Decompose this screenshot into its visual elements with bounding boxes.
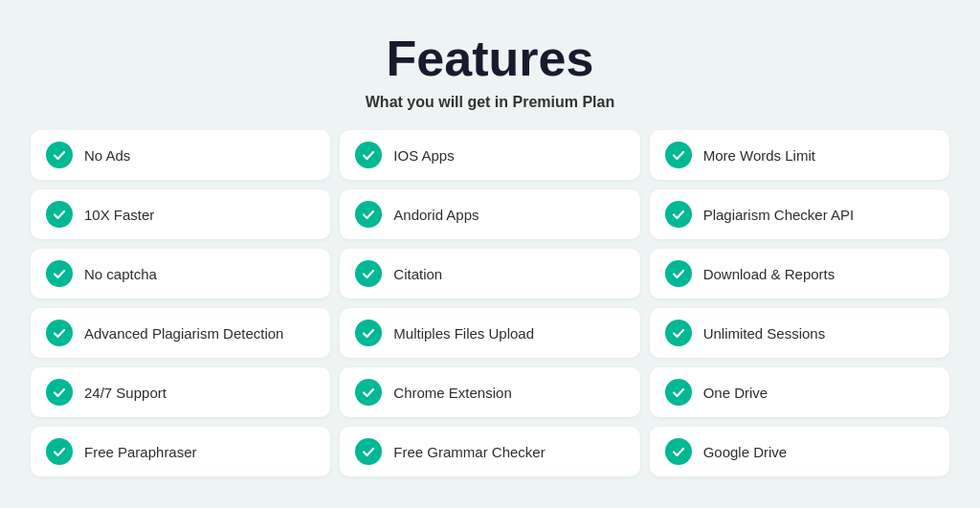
check-icon bbox=[355, 260, 382, 287]
feature-item-free-paraphraser: Free Paraphraser bbox=[31, 427, 330, 476]
check-icon bbox=[46, 260, 73, 287]
page-subtitle: What you will get in Premium Plan bbox=[31, 94, 949, 111]
check-icon bbox=[355, 320, 382, 346]
check-icon bbox=[355, 201, 382, 228]
feature-label: Google Drive bbox=[703, 444, 788, 460]
feature-item-advanced-plagiarism-detection: Advanced Plagiarism Detection bbox=[31, 308, 330, 358]
feature-item-ios-apps: IOS Apps bbox=[340, 130, 639, 180]
feature-label: IOS Apps bbox=[393, 147, 454, 164]
feature-item-plagiarism-checker-api: Plagiarism Checker API bbox=[650, 189, 949, 239]
check-icon bbox=[46, 201, 73, 228]
check-icon bbox=[46, 142, 73, 168]
feature-label: Citation bbox=[393, 266, 442, 282]
feature-label: Advanced Plagiarism Detection bbox=[84, 325, 283, 342]
feature-item-free-grammar-checker: Free Grammar Checker bbox=[340, 427, 639, 476]
features-grid: No Ads IOS Apps More Words Limit 10X Fas… bbox=[31, 130, 949, 476]
feature-item-10x-faster: 10X Faster bbox=[31, 189, 330, 239]
feature-item-chrome-extension: Chrome Extension bbox=[340, 367, 639, 417]
page-title: Features bbox=[31, 32, 949, 86]
feature-label: Chrome Extension bbox=[393, 385, 511, 401]
feature-item-one-drive: One Drive bbox=[650, 367, 949, 417]
check-icon bbox=[665, 379, 692, 406]
feature-label: No captcha bbox=[84, 266, 157, 282]
feature-label: Unlimited Sessions bbox=[703, 325, 826, 342]
feature-item-android-apps: Andorid Apps bbox=[340, 189, 639, 239]
feature-item-unlimited-sessions: Unlimited Sessions bbox=[650, 308, 949, 358]
feature-item-no-ads: No Ads bbox=[31, 130, 330, 180]
check-icon bbox=[665, 438, 692, 465]
feature-label: Plagiarism Checker API bbox=[703, 207, 855, 223]
check-icon bbox=[665, 320, 692, 346]
page-container: Features What you will get in Premium Pl… bbox=[0, 9, 980, 499]
feature-item-multiples-files-upload: Multiples Files Upload bbox=[340, 308, 639, 358]
feature-item-no-captcha: No captcha bbox=[31, 249, 330, 298]
feature-item-download-reports: Download & Reports bbox=[650, 249, 949, 298]
feature-label: More Words Limit bbox=[703, 147, 815, 164]
check-icon bbox=[355, 438, 382, 465]
check-icon bbox=[665, 260, 692, 287]
feature-item-google-drive: Google Drive bbox=[650, 427, 949, 476]
feature-label: 24/7 Support bbox=[84, 385, 167, 401]
feature-label: Free Grammar Checker bbox=[393, 444, 545, 460]
feature-label: Download & Reports bbox=[703, 266, 835, 282]
check-icon bbox=[355, 142, 382, 168]
check-icon bbox=[665, 142, 692, 168]
check-icon bbox=[355, 379, 382, 406]
feature-label: One Drive bbox=[703, 385, 768, 401]
page-header: Features What you will get in Premium Pl… bbox=[31, 32, 949, 111]
check-icon bbox=[46, 320, 73, 346]
feature-label: No Ads bbox=[84, 147, 130, 164]
check-icon bbox=[46, 379, 73, 406]
feature-item-citation: Citation bbox=[340, 249, 639, 298]
feature-item-more-words-limit: More Words Limit bbox=[650, 130, 949, 180]
check-icon bbox=[665, 201, 692, 228]
feature-label: Free Paraphraser bbox=[84, 444, 197, 460]
feature-label: Andorid Apps bbox=[393, 207, 479, 223]
feature-item-247-support: 24/7 Support bbox=[31, 367, 330, 417]
feature-label: 10X Faster bbox=[84, 207, 154, 223]
check-icon bbox=[46, 438, 73, 465]
feature-label: Multiples Files Upload bbox=[393, 325, 534, 342]
